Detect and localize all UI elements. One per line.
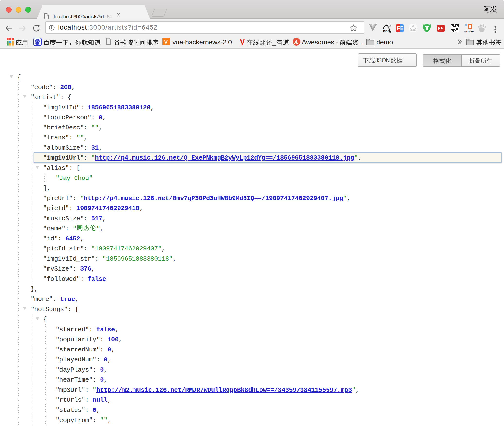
svg-text:A: A [294, 39, 298, 45]
svg-text:E: E [400, 25, 404, 31]
svg-text:y: y [240, 38, 245, 45]
svg-text:PLAYER: PLAYER [464, 30, 474, 33]
svg-text:V: V [164, 39, 168, 45]
svg-text:F: F [397, 25, 400, 31]
svg-text:en: en [383, 29, 388, 33]
